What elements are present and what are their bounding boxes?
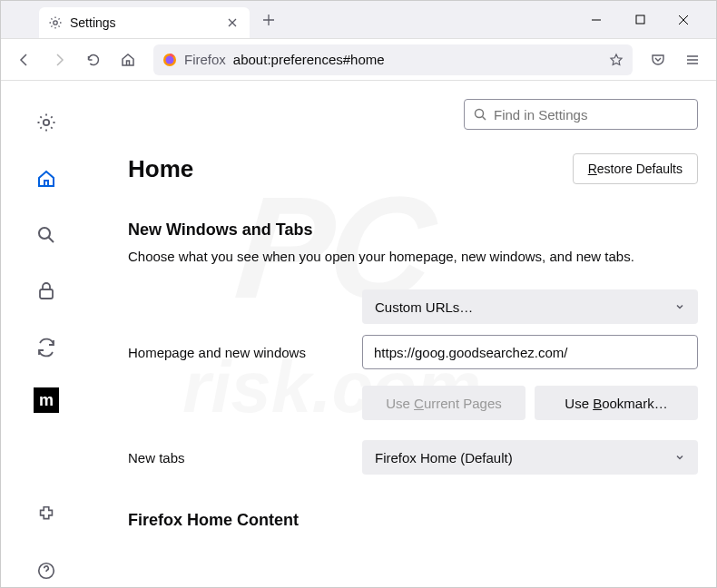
sidebar-item-general[interactable] [30,106,63,139]
home-button[interactable] [113,45,142,74]
use-current-pages-button[interactable]: Use Current Pages [362,386,525,420]
settings-search-input[interactable] [494,107,688,122]
newtabs-label: New tabs [128,450,362,466]
gear-icon [48,15,63,30]
sidebar-item-extensions[interactable] [30,498,63,531]
sidebar-item-help[interactable] [30,554,63,587]
sidebar-item-home[interactable] [30,162,63,195]
url-identity: Firefox [184,52,226,67]
url-text: about:preferences#home [233,52,385,67]
titlebar: Settings [1,1,716,39]
sidebar-item-sync[interactable] [30,331,63,364]
close-icon[interactable] [224,15,241,31]
svg-point-8 [476,110,484,118]
use-bookmark-button[interactable]: Use Bookmark… [535,386,698,420]
settings-sidebar: m [1,81,92,587]
minimize-button[interactable] [584,7,609,33]
tab-title: Settings [70,15,116,30]
sidebar-item-privacy[interactable] [30,275,63,308]
back-button[interactable] [10,45,39,74]
search-icon [474,108,486,121]
newtabs-select[interactable]: Firefox Home (Default) [362,440,698,475]
pocket-icon[interactable] [643,45,673,74]
browser-tab[interactable]: Settings [39,7,250,38]
more-from-mozilla-icon[interactable]: m [34,387,59,413]
svg-rect-1 [636,15,644,24]
chevron-down-icon [674,452,685,463]
close-button[interactable] [671,7,696,33]
reload-button[interactable] [79,45,108,74]
new-tab-button[interactable] [255,6,282,34]
select-value: Firefox Home (Default) [375,450,513,466]
settings-search-field[interactable] [464,99,698,130]
nav-toolbar: Firefox about:preferences#home [1,39,716,81]
svg-point-4 [44,120,49,125]
page-title: Home [128,155,193,183]
homepage-select[interactable]: Custom URLs… [362,289,698,324]
section-heading: New Windows and Tabs [128,220,698,240]
svg-point-5 [39,228,50,239]
url-bar[interactable]: Firefox about:preferences#home [153,44,633,75]
select-value: Custom URLs… [375,299,473,315]
chevron-down-icon [674,301,685,312]
window-controls [584,7,716,33]
section-heading: Firefox Home Content [128,511,698,530]
homepage-url-input[interactable] [362,335,698,369]
svg-point-0 [54,20,57,24]
maximize-button[interactable] [627,7,653,33]
forward-button[interactable] [44,45,74,74]
homepage-label: Homepage and new windows [128,345,362,360]
firefox-icon [162,53,177,67]
section-description: Choose what you see when you open your h… [128,249,698,264]
settings-main: Home Restore Defaults New Windows and Ta… [92,81,716,587]
menu-button[interactable] [678,45,707,74]
bookmark-star-icon[interactable] [609,53,624,67]
svg-rect-6 [40,289,53,299]
sidebar-item-search[interactable] [30,219,63,251]
restore-defaults-button[interactable]: Restore Defaults [573,153,698,184]
svg-point-3 [166,55,174,64]
